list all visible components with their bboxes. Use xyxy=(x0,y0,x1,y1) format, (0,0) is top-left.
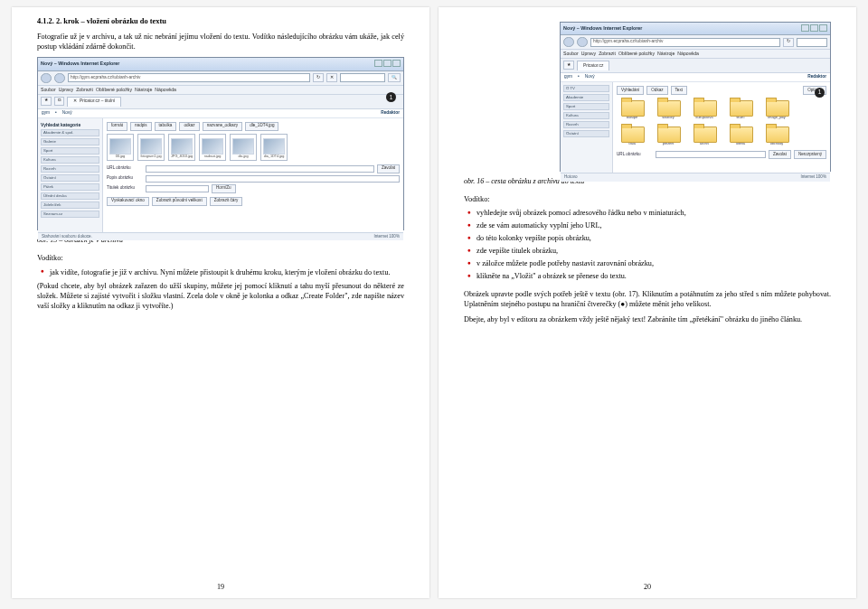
sidebar-item[interactable]: Akademie xyxy=(563,94,609,101)
titulek-input[interactable] xyxy=(146,185,209,192)
image-thumbnail[interactable]: JPG_4010.jpg xyxy=(168,134,195,161)
sidebar-item[interactable]: O TV xyxy=(563,85,609,92)
image-thumbnail[interactable]: dia.jpg xyxy=(230,134,257,161)
address-bar[interactable]: http://gym.ecpraha.cz/tubianh-archiv xyxy=(68,73,310,82)
browser-tab[interactable]: Pricator.cz xyxy=(577,61,609,70)
right-p1: Obrázek upravte podle svých potřeb ještě… xyxy=(464,289,831,309)
folder-icon xyxy=(729,124,752,142)
nav-item[interactable]: Oblíbené položky xyxy=(618,52,655,56)
folder-item[interactable]: biosipe xyxy=(617,98,647,120)
breadcrumb-item[interactable]: Nový xyxy=(62,111,72,116)
status-text: Stahování souboru dokoce. xyxy=(42,235,92,239)
category-sidebar: Vyhledat kategorie Akademie & spol. Gale… xyxy=(38,118,103,232)
sidebar-item[interactable]: Úřední deska xyxy=(41,192,99,200)
lines-button[interactable]: Zobrazit čáry xyxy=(210,197,243,206)
zavolat-button[interactable]: Zavolat xyxy=(377,164,400,173)
folder-item[interactable]: Image_joky xyxy=(761,98,792,120)
popis-input[interactable] xyxy=(146,175,400,183)
zavolat-button[interactable]: Zavolat xyxy=(769,150,791,159)
image-thumbnail[interactable]: 00.jpg xyxy=(107,134,134,161)
favorites-icon[interactable]: ★ xyxy=(563,61,574,70)
folder-item[interactable]: Gala xyxy=(617,124,647,146)
folder-item[interactable]: přezent xyxy=(653,124,684,146)
guide-item: v záložce můžete podle potřeby nastavit … xyxy=(467,258,831,268)
breadcrumb-item[interactable]: gym xyxy=(42,111,50,116)
nav-item[interactable]: Nápověda xyxy=(155,88,176,92)
horn-button[interactable]: Horn/Zu xyxy=(212,184,236,193)
table-button[interactable]: tabulka xyxy=(155,122,177,131)
nav-item[interactable]: Upravy xyxy=(59,88,73,92)
nav-item[interactable]: Zobrazit xyxy=(76,88,93,92)
find-button[interactable]: Vyhledání xyxy=(617,86,644,95)
sidebar-item[interactable]: Rozvrh xyxy=(563,121,609,128)
search-go-button[interactable]: 🔍 xyxy=(388,73,401,82)
folder-icon xyxy=(765,98,788,116)
sidebar-item[interactable]: Sport xyxy=(563,103,609,110)
thumbnail-row: 00.jpg fotogram1.jpg JPG_4010.jpg nadraz… xyxy=(107,134,400,161)
image-thumbnail[interactable]: nadrazi.jpg xyxy=(199,134,226,161)
popup-button[interactable]: Vyskakovací okno xyxy=(107,197,149,206)
nav-item[interactable]: Nápověda xyxy=(677,52,699,56)
url-input[interactable] xyxy=(146,165,374,173)
sidebar-item[interactable]: Rozvrh xyxy=(41,165,99,173)
sidebar-item[interactable]: Sport xyxy=(41,147,99,155)
breadcrumb-item[interactable]: Nový xyxy=(585,75,595,80)
link-button[interactable]: Odkaz xyxy=(646,86,667,95)
url-input[interactable] xyxy=(656,151,766,158)
image-thumbnail[interactable]: dia_1DT4.jpg xyxy=(260,134,288,161)
window-buttons[interactable] xyxy=(373,60,401,68)
favorites-icon[interactable]: ★ xyxy=(41,97,52,106)
nav-item[interactable]: Upravy xyxy=(581,52,596,56)
sidebar-item[interactable]: Akademie & spol. xyxy=(41,129,99,136)
named-links-button[interactable]: nazvane_odkazy xyxy=(203,122,242,131)
forward-button[interactable] xyxy=(577,37,588,47)
sidebar-item[interactable]: Galerie xyxy=(41,138,99,145)
back-button[interactable] xyxy=(563,37,574,47)
sidebar-item[interactable]: Ostatní xyxy=(41,174,99,182)
link-button[interactable]: odkaz xyxy=(179,122,199,131)
heading-button[interactable]: nadpis xyxy=(130,122,152,131)
misc-button[interactable]: dle_1DT4.jpg xyxy=(245,122,278,131)
folder-item[interactable]: loteria xyxy=(725,124,756,146)
text-button[interactable]: Text xyxy=(671,86,687,95)
section-heading: 4.1.2. 2. krok – vložení obrázku do text… xyxy=(37,16,404,26)
nav-item[interactable]: Nástroje xyxy=(135,88,152,92)
refresh-button[interactable]: ↻ xyxy=(313,73,324,82)
sidebar-item[interactable]: Kultura xyxy=(41,156,99,164)
window-buttons[interactable] xyxy=(800,24,827,33)
original-size-button[interactable]: Zobrazit původní velikost xyxy=(152,197,207,206)
nav-item[interactable]: Soubor xyxy=(563,52,579,56)
nav-item[interactable]: Nástroje xyxy=(657,52,675,56)
sidebar-item[interactable]: Pátek xyxy=(41,183,99,191)
folder-item[interactable]: archiv xyxy=(689,124,720,146)
back-button[interactable] xyxy=(41,73,52,83)
sidebar-item[interactable]: Ostatní xyxy=(563,130,609,137)
nerez-button[interactable]: Nerozprávný xyxy=(794,150,826,159)
search-box[interactable] xyxy=(797,38,827,47)
folder-item[interactable]: soubory xyxy=(653,98,684,120)
fig16-screenshot: 1 Nový – Windows Internet Explorer http:… xyxy=(560,22,831,172)
format-button[interactable]: formát xyxy=(107,122,127,131)
nav-item[interactable]: Oblíbené položky xyxy=(96,88,132,92)
nav-item[interactable]: Soubor xyxy=(41,88,56,92)
folder-item[interactable]: obchody xyxy=(761,124,792,146)
stop-button[interactable]: ✕ xyxy=(326,73,337,82)
folder-item[interactable]: kultujaková xyxy=(689,98,720,120)
ie-tabs: ★ Pricator.cz xyxy=(561,59,830,73)
sidebar-item[interactable]: Seznam.cz xyxy=(41,211,99,218)
sidebar-item[interactable]: Kultura xyxy=(563,112,609,119)
folder-item[interactable]: titulní xyxy=(725,98,756,120)
address-bar[interactable]: http://gym.ecpraha.cz/tubianh-archiv xyxy=(590,38,780,47)
image-thumbnail[interactable]: fotogram1.jpg xyxy=(137,134,165,161)
browser-tab[interactable]: ✕ Pricator.cz – titulní xyxy=(67,97,121,107)
breadcrumb-item[interactable]: gym xyxy=(564,75,572,80)
search-box[interactable] xyxy=(340,73,385,82)
nav-item[interactable]: Zobrazit xyxy=(599,52,616,56)
feeds-icon[interactable]: ⧉ xyxy=(54,97,64,106)
status-bar: Stahování souboru dokoce. Internet 100% xyxy=(38,232,403,241)
refresh-button[interactable]: ↻ xyxy=(783,38,794,47)
editor-section-label: Redaktor xyxy=(381,111,400,116)
sidebar-item[interactable]: Jídelníček xyxy=(41,201,99,209)
forward-button[interactable] xyxy=(54,73,65,83)
folder-icon xyxy=(656,124,680,142)
